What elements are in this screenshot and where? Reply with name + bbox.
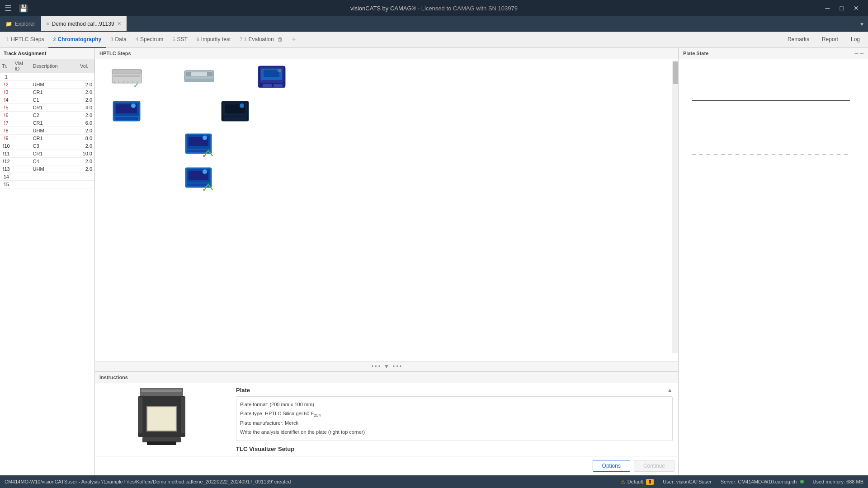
svg-rect-50: [181, 397, 185, 433]
table-row[interactable]: !8 UHM 2.0: [0, 127, 94, 135]
table-row[interactable]: !6 C2 2.0: [0, 112, 94, 119]
nav-sst[interactable]: 5 SST: [168, 32, 192, 48]
svg-point-30: [240, 103, 244, 108]
hptlc-steps-section: HPTLC Steps: [95, 48, 678, 371]
table-row[interactable]: !12 C4 2.0: [0, 158, 94, 165]
step-bluecheck1[interactable]: ✓: [181, 131, 217, 159]
close-button[interactable]: ✕: [849, 3, 863, 14]
steps-nav-left[interactable]: • • •: [372, 363, 380, 370]
plate-type: Plate type: HPTLC Silica gel 60 F254: [240, 409, 669, 419]
evaluation-delete-icon[interactable]: 🗑: [278, 36, 283, 42]
hamburger-icon[interactable]: ☰: [5, 3, 12, 13]
server-status-dot: [800, 480, 804, 483]
center-panel: HPTLC Steps: [95, 48, 678, 475]
maximize-button[interactable]: □: [835, 3, 848, 14]
nav-report[interactable]: Report: [816, 32, 844, 48]
error-marker: !: [4, 89, 6, 95]
svg-rect-51: [141, 389, 182, 392]
table-row[interactable]: 1: [0, 73, 94, 81]
table-row[interactable]: !10 C3 2.0: [0, 142, 94, 150]
instructions-content: Plate ▲ Plate format: (200 mm x 100 mm) …: [95, 383, 678, 456]
table-row[interactable]: !5 CR1 4.0: [0, 104, 94, 112]
plate-collapse-icon[interactable]: ▲: [667, 387, 673, 394]
error-marker: !: [3, 143, 5, 149]
scanner-device: [181, 64, 217, 91]
nav-remarks[interactable]: Remarks: [781, 32, 816, 48]
continue-button[interactable]: Continue: [634, 460, 675, 472]
error-marker: !: [4, 136, 6, 141]
steps-nav-down[interactable]: ▼: [384, 363, 389, 370]
steps-row-1: ✓: [99, 64, 669, 91]
step-bluebox1[interactable]: [253, 64, 289, 91]
folder-icon: 📁: [5, 21, 12, 27]
tab-demo[interactable]: ≡ Demo method caf...91139 ✕: [41, 16, 127, 31]
table-row[interactable]: !7 CR1 6.0: [0, 119, 94, 127]
step-darkblue[interactable]: [217, 98, 253, 125]
table-row[interactable]: 15: [0, 181, 94, 188]
error-marker: !: [4, 82, 6, 87]
tab-demo-label: Demo method caf...91139: [52, 21, 114, 27]
applicator-device: ✓: [108, 64, 145, 91]
nav-log[interactable]: Log: [844, 32, 866, 48]
nav-impurity-test[interactable]: 6 Impurity test: [192, 32, 235, 48]
svg-point-35: [203, 136, 207, 140]
minimize-button[interactable]: ─: [821, 3, 835, 14]
left-panel: Track Assignment Tr. Vial ID Description…: [0, 48, 95, 475]
instructions-panel: Instructions: [95, 371, 678, 475]
nav-hptlc-steps[interactable]: 1 HPTLC Steps: [2, 32, 48, 48]
col-tr: Tr.: [0, 59, 13, 73]
instructions-header: Instructions: [95, 372, 678, 383]
table-row[interactable]: 14: [0, 173, 94, 181]
plate-section: Plate ▲ Plate format: (200 mm x 100 mm) …: [236, 387, 673, 441]
table-row[interactable]: !2 UHM 2.0: [0, 81, 94, 89]
warning-icon: ⚠: [621, 479, 625, 484]
svg-rect-2: [113, 75, 140, 77]
nav-spectrum[interactable]: 4 Spectrum: [131, 32, 168, 48]
nav-chromatography[interactable]: 2 Chromatography: [48, 32, 106, 48]
plate-state-content: [679, 59, 868, 475]
nav-evaluation[interactable]: 7.1 Evaluation 🗑: [235, 32, 287, 48]
step-miniblue1[interactable]: [108, 98, 145, 125]
tab-close-icon[interactable]: ✕: [117, 21, 121, 27]
plate-state-min[interactable]: ─: [854, 51, 858, 56]
hptlc-steps-header: HPTLC Steps: [95, 48, 678, 59]
table-row[interactable]: !11 CR1 10.0: [0, 150, 94, 158]
miniblue1-device: [108, 98, 145, 125]
table-row[interactable]: !3 CR1 2.0: [0, 89, 94, 96]
table-row[interactable]: !9 CR1 8.0: [0, 135, 94, 142]
server-info: Server: CM414MO-W10.camag.ch: [721, 479, 804, 484]
svg-rect-24: [115, 117, 138, 120]
error-marker: !: [4, 97, 6, 103]
tab-dropdown-button[interactable]: ▾: [856, 16, 868, 31]
steps-row-2: [99, 98, 669, 125]
tab-explorer[interactable]: 📁 Explorer: [0, 16, 41, 31]
doc-icon: ≡: [47, 21, 49, 26]
table-row[interactable]: !13 UHM 2.0: [0, 165, 94, 173]
step-bluecheck2[interactable]: ✓: [181, 165, 217, 192]
add-icon: +: [292, 35, 296, 43]
plate-state-max[interactable]: ─: [860, 51, 863, 56]
right-panel: Plate State ─ ─: [678, 48, 868, 475]
options-button[interactable]: Options: [593, 460, 630, 472]
nav-data[interactable]: 3 Data: [106, 32, 131, 48]
error-marker: !: [3, 159, 5, 164]
nav-add[interactable]: +: [288, 32, 301, 48]
instructions-text-area: Plate ▲ Plate format: (200 mm x 100 mm) …: [231, 383, 678, 456]
plate-format: Plate format: (200 mm x 100 mm): [240, 400, 669, 409]
steps-scrollbar-thumb[interactable]: [673, 61, 678, 84]
darkblue-device: [217, 98, 253, 125]
steps-nav: • • • ▼ • • •: [95, 361, 678, 371]
memory-info: Used memory: 688 MB: [813, 479, 863, 484]
steps-nav-right[interactable]: • • •: [393, 363, 401, 370]
step-scanner[interactable]: [181, 64, 217, 91]
steps-row-4: ✓: [99, 165, 669, 192]
tab-bar: 📁 Explorer ≡ Demo method caf...91139 ✕ ▾: [0, 16, 868, 32]
table-row[interactable]: !4 C1 2.0: [0, 96, 94, 104]
error-marker: !: [3, 151, 5, 156]
steps-scrollbar[interactable]: [672, 61, 678, 353]
step-applicator[interactable]: ✓: [108, 64, 145, 91]
save-icon[interactable]: 💾: [19, 4, 28, 13]
svg-point-25: [131, 103, 136, 108]
bluecheck2-device: ✓: [181, 165, 217, 192]
status-right: ⚠ Default: 0 User: visionCATSuser Server…: [621, 479, 863, 485]
